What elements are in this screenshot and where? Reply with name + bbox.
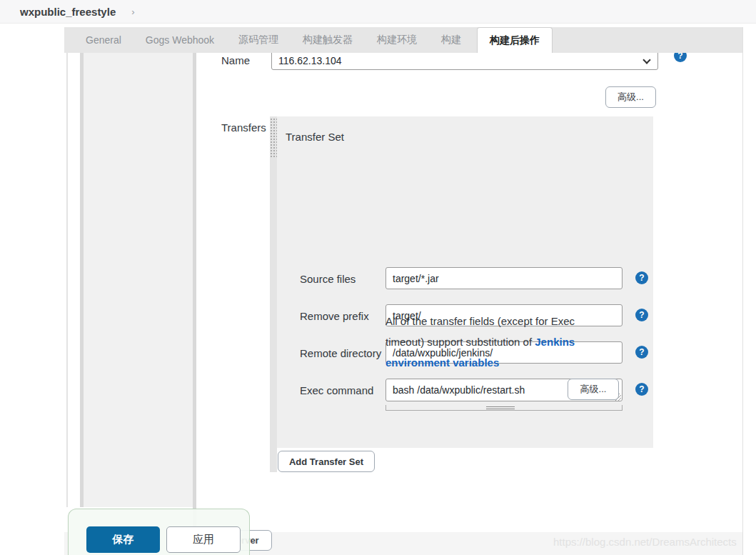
breadcrumb-chevron-icon: › <box>131 6 134 17</box>
config-tab-bar: General Gogs Webhook 源码管理 构建触发器 构建环境 构建 … <box>64 27 742 53</box>
help-icon[interactable]: ? <box>635 309 648 321</box>
jenkins-job-config-page: wxpublic_freestyle › Name 116.62.13.104 … <box>0 0 756 555</box>
stretch-grip-icon <box>486 406 515 409</box>
apply-button[interactable]: 应用 <box>166 526 241 553</box>
add-transfer-set-button[interactable]: Add Transfer Set <box>278 451 375 472</box>
server-chunk-drag-bar[interactable] <box>193 53 196 532</box>
transfers-label: Transfers <box>221 121 266 134</box>
advanced-button-server[interactable]: 高级... <box>605 86 656 108</box>
page-title: wxpublic_freestyle <box>20 6 116 18</box>
floating-save-bar: 保存 应用 <box>68 509 250 555</box>
remote-directory-label: Remote directory <box>300 347 381 359</box>
chunk-left-border <box>66 53 68 507</box>
textarea-stretch-bar[interactable] <box>385 405 623 411</box>
transfer-help-text: All of the transfer fields (except for E… <box>385 311 601 373</box>
watermark-text: https://blog.csdn.net/DreamsArchitects <box>553 536 737 548</box>
ssh-server-name-select[interactable]: 116.62.13.104 <box>271 51 658 70</box>
exec-command-label: Exec command <box>300 384 373 396</box>
selected-server: 116.62.13.104 <box>278 55 342 66</box>
content-right-border <box>742 27 743 555</box>
help-icon[interactable]: ? <box>635 271 648 284</box>
save-button[interactable]: 保存 <box>86 526 160 553</box>
transfer-set-title: Transfer Set <box>286 131 344 143</box>
drag-handle-icon[interactable] <box>270 118 277 157</box>
tab-source-management[interactable]: 源码管理 <box>237 27 280 53</box>
advanced-button-transfer[interactable]: 高级... <box>568 379 619 400</box>
chevron-down-icon <box>642 56 650 64</box>
tab-build-environment[interactable]: 构建环境 <box>376 27 418 53</box>
transfer-set-panel: Transfer Set Source files ? Remove prefi… <box>277 116 653 448</box>
tab-gogs-webhook[interactable]: Gogs Webhook <box>144 27 216 53</box>
help-icon[interactable]: ? <box>635 383 648 396</box>
tab-build-triggers[interactable]: 构建触发器 <box>301 27 354 53</box>
remove-prefix-label: Remove prefix <box>300 310 369 322</box>
transfer-set-gutter <box>270 116 277 472</box>
tab-general[interactable]: General <box>84 27 123 53</box>
title-bar: wxpublic_freestyle › <box>0 0 756 24</box>
source-files-label: Source files <box>300 273 356 285</box>
help-icon[interactable]: ? <box>635 346 648 359</box>
source-files-input[interactable] <box>385 267 623 289</box>
tab-build[interactable]: 构建 <box>440 27 463 53</box>
tab-post-build-actions[interactable]: 构建后操作 <box>477 27 553 53</box>
name-label: Name <box>221 54 250 66</box>
outer-panel-column <box>84 53 193 507</box>
